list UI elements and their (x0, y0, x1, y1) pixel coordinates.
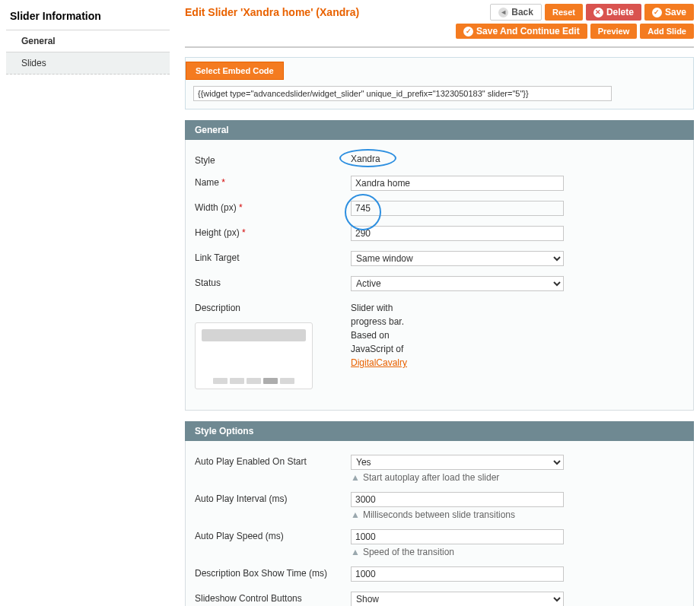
status-select[interactable]: Active (351, 276, 564, 291)
preview-dot (280, 378, 294, 384)
style-value: Xandra (351, 154, 380, 164)
height-input[interactable] (351, 226, 564, 241)
preview-dot (263, 378, 278, 384)
sidebar-tab-slides[interactable]: Slides (6, 52, 170, 75)
page-title: Edit Slider 'Xandra home' (Xandra) (185, 4, 359, 18)
control-buttons-select[interactable]: Show (351, 592, 564, 606)
interval-input[interactable] (351, 492, 564, 507)
save-button[interactable]: ✓Save (644, 4, 694, 21)
speed-input[interactable] (351, 529, 564, 544)
delete-button[interactable]: ✕Delete (586, 4, 641, 21)
label-description: Description (195, 301, 351, 389)
preview-dot (230, 378, 244, 384)
hint-interval: Milliseconds between slide transitions (363, 509, 515, 520)
label-interval: Auto Play Interval (ms) (195, 492, 351, 520)
label-autoplay: Auto Play Enabled On Start (195, 455, 351, 483)
general-section: Style Xandra Name * Width (px) * Height … (185, 140, 694, 411)
preview-dot (213, 378, 228, 384)
label-speed: Auto Play Speed (ms) (195, 529, 351, 557)
link-target-select[interactable]: Same window (351, 251, 564, 266)
label-width: Width (px) * (195, 201, 351, 216)
embed-panel: Select Embed Code (185, 57, 694, 109)
hint-autoplay: Start autoplay after load the slider (363, 472, 499, 483)
sidebar-tab-general[interactable]: General (6, 30, 170, 52)
sidebar-title: Slider Information (6, 4, 170, 30)
label-link-target: Link Target (195, 251, 351, 266)
preview-dot (247, 378, 261, 384)
main: Edit Slider 'Xandra home' (Xandra) ◄Back… (185, 4, 694, 606)
label-name: Name * (195, 176, 351, 191)
desc-show-input[interactable] (351, 566, 564, 582)
embed-code-input[interactable] (193, 86, 612, 101)
style-options-head: Style Options (185, 421, 694, 441)
preview-button[interactable]: Preview (590, 24, 638, 39)
label-desc-show: Description Box Show Time (ms) (195, 566, 351, 582)
check-icon: ✓ (652, 8, 662, 17)
label-status: Status (195, 276, 351, 291)
check-icon: ✓ (463, 27, 473, 36)
label-style: Style (195, 154, 351, 166)
name-input[interactable] (351, 176, 564, 191)
width-input[interactable] (351, 201, 564, 216)
embed-tab[interactable]: Select Embed Code (186, 62, 284, 80)
arrow-left-icon: ◄ (498, 8, 508, 17)
general-section-head: General (185, 120, 694, 140)
hint-arrow-icon: ▲ (351, 547, 360, 557)
close-icon: ✕ (593, 8, 603, 17)
preview-bar-icon (202, 329, 306, 341)
hint-arrow-icon: ▲ (351, 472, 360, 483)
digitalcavalry-link[interactable]: DigitalCavalry (351, 357, 407, 368)
reset-button[interactable]: Reset (545, 4, 583, 21)
label-control-buttons: Slideshow Control Buttons (195, 592, 351, 606)
label-height: Height (px) * (195, 226, 351, 241)
hint-speed: Speed of the transition (363, 547, 454, 557)
sidebar: Slider Information General Slides (6, 4, 170, 606)
save-continue-button[interactable]: ✓Save And Continue Edit (456, 24, 587, 39)
back-button[interactable]: ◄Back (490, 4, 542, 21)
description-text: Slider with progress bar. Based on JavaS… (351, 301, 434, 370)
style-options-section: Auto Play Enabled On Start Yes ▲Start au… (185, 441, 694, 606)
add-slide-button[interactable]: Add Slide (640, 24, 694, 39)
autoplay-select[interactable]: Yes (351, 455, 564, 470)
slider-preview-thumb (195, 322, 313, 389)
hint-arrow-icon: ▲ (351, 509, 360, 520)
